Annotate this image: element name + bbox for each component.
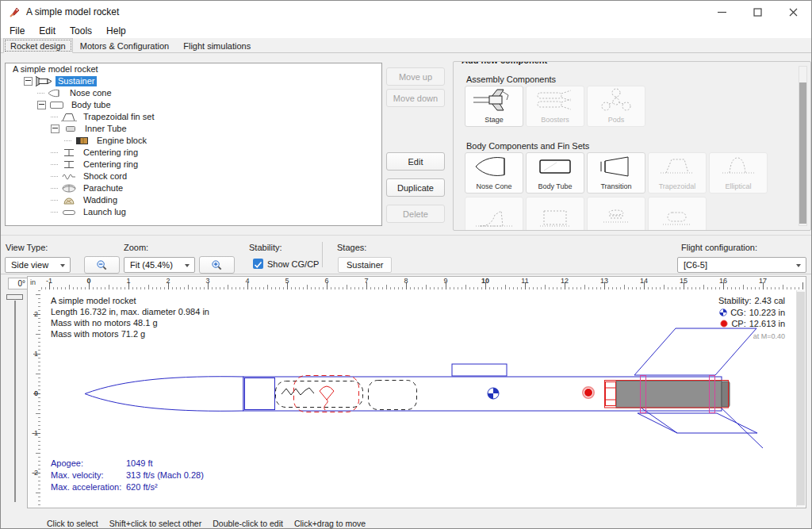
tab-motors-configuration[interactable]: Motors & Configuration	[73, 38, 177, 53]
tree-root-label: A simple model rocket	[10, 64, 101, 75]
cp-legend-icon	[720, 320, 728, 328]
finset-icon	[60, 111, 78, 123]
add-component-panel: Add new component Assembly Components St…	[453, 61, 811, 231]
tree-item-label: Launch lug	[81, 207, 128, 217]
tree-item-centering-ring[interactable]: Centering ring	[6, 159, 381, 171]
tree-item-sustainer[interactable]: Sustainer	[6, 75, 381, 87]
bodytube-icon	[48, 99, 66, 111]
add-boosters-button[interactable]: Boosters	[526, 86, 584, 127]
menu-file[interactable]: File	[2, 25, 32, 37]
add-trapezoidal-button[interactable]: Trapezoidal	[648, 152, 707, 194]
toolbar-separator	[322, 242, 323, 267]
tree-connector	[51, 212, 58, 213]
tree-item-inner-tube[interactable]: Inner Tube	[6, 123, 381, 135]
zoom-level-dropdown[interactable]: Fit (45.4%)	[124, 257, 195, 273]
launchlug-icon	[60, 206, 78, 218]
show-cgcp-checkbox[interactable]	[253, 259, 263, 269]
tree-item-parachute[interactable]: Parachute	[6, 182, 381, 194]
tree-connector	[37, 93, 44, 94]
tree-item-wadding[interactable]: Wadding	[6, 194, 381, 206]
tree-item-launch-lug[interactable]: Launch lug	[6, 206, 381, 218]
status-bar: Click to selectShift+click to select oth…	[1, 509, 811, 529]
h-ruler-number: 4	[245, 277, 249, 285]
tab-flight-simulations[interactable]: Flight simulations	[176, 38, 258, 53]
tree-item-label: Trapezoidal fin set	[81, 112, 156, 122]
add-freeform-button[interactable]	[465, 197, 523, 231]
maximize-button[interactable]	[740, 1, 776, 23]
move-down-button[interactable]: Move down	[386, 89, 445, 107]
tree-item-engine-block[interactable]: Engine block	[6, 135, 381, 147]
v-ruler-number: 1	[34, 350, 38, 358]
cg-value: 10.223 in	[749, 307, 785, 319]
add-body-tube-button[interactable]: Body Tube	[526, 152, 584, 194]
launch-lug-shape[interactable]	[452, 364, 507, 376]
h-ruler-number: 16	[719, 277, 727, 285]
tree-connector	[51, 200, 58, 201]
move-up-button[interactable]: Move up	[386, 67, 445, 86]
add-railbutton-button[interactable]	[587, 197, 645, 231]
tab-rocket-design[interactable]: Rocket design	[3, 38, 73, 53]
rotation-slider[interactable]	[6, 294, 23, 300]
nosecone_big-icon	[472, 154, 516, 183]
canvas-scrollbar[interactable]	[796, 290, 805, 507]
freeform-icon	[472, 205, 516, 231]
tree-item-nose-cone[interactable]: Nose cone	[6, 87, 381, 99]
zoom-out-button[interactable]	[84, 256, 120, 274]
v-ruler-number: 2	[34, 310, 38, 318]
delete-button[interactable]: Delete	[386, 205, 445, 223]
tree-item-shock-cord[interactable]: Shock cord	[6, 171, 381, 182]
rocket-canvas: in -101234567891011121314151617 210-1-2	[27, 276, 806, 508]
collapse-toggle-icon[interactable]	[51, 125, 59, 133]
wadding-icon	[60, 194, 78, 206]
stage-icon	[472, 87, 516, 117]
view-type-dropdown[interactable]: Side view	[5, 257, 71, 273]
add-stage-button[interactable]: Stage	[465, 86, 523, 127]
edit-button[interactable]: Edit	[386, 152, 445, 171]
rotation-field[interactable]: 0°	[8, 278, 28, 289]
menu-bar: FileEditToolsHelp	[1, 23, 811, 38]
menu-help[interactable]: Help	[99, 25, 133, 37]
menu-tools[interactable]: Tools	[63, 25, 99, 37]
tree-root[interactable]: A simple model rocket	[6, 63, 381, 75]
tree-item-trapezoidal-fin-set[interactable]: Trapezoidal fin set	[6, 111, 381, 123]
h-ruler-number: 12	[561, 277, 569, 285]
cg-marker	[488, 388, 499, 399]
motor-shape[interactable]	[616, 381, 722, 408]
show-cgcp-label: Show CG/CP	[267, 259, 319, 269]
add-launchlug2-button[interactable]	[648, 197, 707, 231]
tree-connector	[51, 164, 58, 165]
title-bar: A simple model rocket	[1, 1, 811, 23]
duplicate-button[interactable]: Duplicate	[386, 178, 445, 197]
rocket-drawing-area[interactable]: A simple model rocket Length 16.732 in, …	[40, 289, 806, 508]
nose-cone-shape[interactable]	[85, 377, 243, 412]
h-ruler-number: 0	[86, 277, 90, 285]
collapse-toggle-icon[interactable]	[24, 77, 33, 86]
add-tubefin-button[interactable]	[526, 197, 584, 231]
h-ruler-number: 9	[443, 277, 447, 285]
zoom-in-button[interactable]	[199, 256, 235, 274]
add-pods-button[interactable]: Pods	[587, 86, 645, 127]
h-ruler-number: 5	[285, 277, 289, 285]
cp-label: CP:	[731, 318, 745, 330]
add-nose-cone-button[interactable]: Nose Cone	[465, 152, 523, 194]
h-ruler-number: 11	[521, 277, 528, 285]
stage-toggle-sustainer[interactable]: Sustainer	[338, 257, 392, 273]
tree-item-centering-ring[interactable]: Centering ring	[6, 147, 381, 159]
view-toolbar: View Type: Zoom: Stability: Stages: Flig…	[1, 235, 811, 274]
flight-config-dropdown[interactable]: [C6-5]	[677, 257, 806, 273]
tree-item-body-tube[interactable]: Body tube	[6, 99, 381, 111]
add-panel-scrollbar[interactable]	[799, 66, 807, 226]
close-button[interactable]	[776, 1, 811, 23]
add-transition-button[interactable]: Transition	[587, 152, 645, 194]
window-title: A simple model rocket	[26, 6, 119, 17]
launchlug2-icon	[655, 205, 699, 231]
pods-icon	[594, 87, 638, 117]
lower-fin-shape[interactable]	[638, 413, 757, 433]
transition-icon	[594, 154, 638, 183]
menu-edit[interactable]: Edit	[32, 25, 63, 37]
stages-label: Stages:	[337, 243, 366, 252]
add-elliptical-button[interactable]: Elliptical	[709, 152, 768, 194]
component-button-label: Pods	[608, 117, 625, 124]
minimize-button[interactable]	[704, 1, 740, 23]
collapse-toggle-icon[interactable]	[37, 101, 46, 109]
